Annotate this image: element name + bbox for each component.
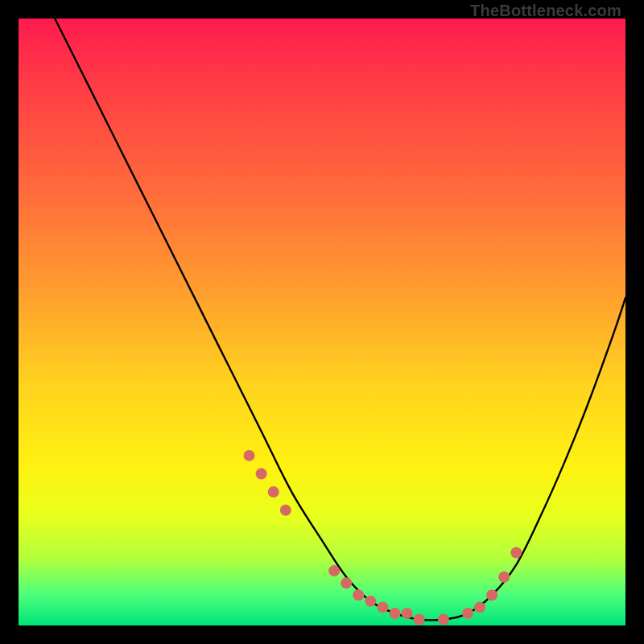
marker-point bbox=[280, 505, 291, 516]
highlighted-points bbox=[244, 450, 522, 625]
marker-point bbox=[244, 450, 255, 461]
attribution-text: TheBottleneck.com bbox=[470, 2, 621, 20]
chart-frame bbox=[19, 19, 625, 625]
marker-point bbox=[402, 608, 413, 619]
marker-point bbox=[353, 589, 364, 601]
bottleneck-curve bbox=[55, 19, 625, 620]
marker-point bbox=[510, 547, 522, 559]
marker-point bbox=[328, 565, 340, 576]
marker-point bbox=[498, 572, 510, 583]
marker-point bbox=[414, 614, 425, 625]
marker-point bbox=[268, 486, 279, 497]
marker-point bbox=[486, 589, 497, 601]
marker-point bbox=[474, 601, 485, 613]
marker-point bbox=[377, 601, 388, 613]
marker-point bbox=[462, 608, 473, 619]
marker-point bbox=[438, 614, 449, 625]
marker-point bbox=[390, 608, 401, 619]
marker-point bbox=[341, 577, 352, 588]
chart-svg bbox=[19, 19, 625, 625]
marker-point bbox=[365, 596, 376, 607]
marker-point bbox=[256, 469, 267, 480]
